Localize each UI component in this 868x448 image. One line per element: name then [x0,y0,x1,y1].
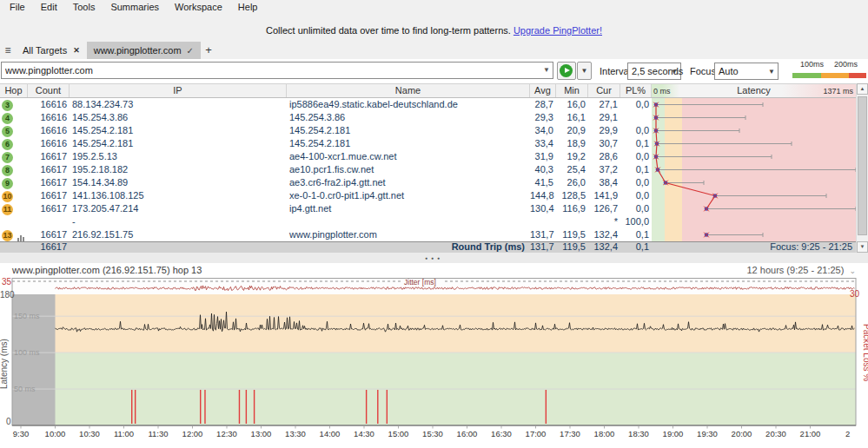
col-header-count[interactable]: Count [28,84,70,97]
menu-item-workspace[interactable]: Workspace [167,0,230,16]
cur-cell: * [588,215,620,228]
pl-cell: 100,0 [620,215,652,228]
svg-text:12:30: 12:30 [216,429,237,438]
cur-cell: 27,1 [588,98,620,111]
focus-value: Auto [719,66,739,76]
table-header: Hop Count IP Name Avg Min Cur PL% 0 ms L… [0,83,856,98]
menu-item-tools[interactable]: Tools [65,0,103,16]
target-input[interactable] [2,63,539,78]
name-cell: xe-0-1-0.cr0-pit1.ip4.gtt.net [287,189,530,202]
svg-text:18:00: 18:00 [594,429,615,438]
hop-cell [0,215,28,228]
pl-cell: 0,0 [620,202,652,215]
ip-cell: 154.14.34.89 [70,176,287,189]
avg-cell: 34,0 [530,124,556,137]
latency-header-label: Latency [737,85,771,96]
hamburger-menu-icon[interactable]: ≡ [0,42,16,59]
svg-text:50 ms: 50 ms [14,385,36,393]
col-header-cur[interactable]: Cur [588,84,620,97]
count-cell [28,215,70,228]
hop-badge: 4 [2,113,13,124]
svg-text:150 ms: 150 ms [14,312,40,320]
svg-text:12:00: 12:00 [182,429,203,438]
svg-text:20:30: 20:30 [765,429,786,438]
focus-range-label: Focus: 9:25 - 21:25 [652,242,856,253]
count-cell: 16616 [28,98,70,111]
col-header-avg[interactable]: Avg [530,84,556,97]
timeline-plot[interactable]: 150 ms100 ms50 msJitter [ms]9:3010:0010:… [0,278,868,448]
menu-item-file[interactable]: File [2,0,33,16]
col-header-pl[interactable]: PL% [620,84,652,97]
summary-count: 16617 [28,242,70,253]
banner-text: Collect unlimited data over time to find… [266,25,511,36]
svg-text:Latency (ms): Latency (ms) [0,339,9,389]
min-cell: 18,9 [556,137,588,150]
focus-select[interactable]: Auto ▼ [714,63,779,80]
name-cell: 145.254.3.86 [287,111,530,124]
svg-text:21:00: 21:00 [800,429,821,438]
svg-text:11:30: 11:30 [148,429,168,438]
cur-cell: 38,4 [588,176,620,189]
ip-cell: 145.254.3.86 [70,111,287,124]
svg-text:17:30: 17:30 [560,429,580,438]
menu-item-edit[interactable]: Edit [33,0,65,16]
latency-scale-max: 1371 ms [823,85,853,97]
avg-cell: 33,4 [530,137,556,150]
interval-select[interactable]: 2,5 seconds ▼ [627,63,681,80]
target-dropdown-icon[interactable]: ▼ [543,66,550,74]
hop-cell: 13 [0,228,28,241]
cur-cell: 37,2 [588,163,620,176]
summary-avg: 131,7 [530,242,556,253]
chevron-down-icon: ▼ [671,68,678,76]
count-cell: 16617 [28,228,70,241]
start-options-dropdown[interactable]: ▼ [577,62,592,80]
scrollbar-thumb[interactable] [858,96,867,235]
round-trip-label: Round Trip (ms) [287,242,530,253]
hop-badge: 3 [2,100,13,111]
pl-cell: 0,1 [620,163,652,176]
svg-text:0: 0 [6,417,11,426]
svg-text:180: 180 [0,290,15,300]
svg-text:16:30: 16:30 [491,429,512,438]
upgrade-link[interactable]: Upgrade PingPlotter! [514,25,602,36]
play-icon [560,64,573,77]
tab-bar: ≡ All Targets ✕ www.pingplotter.com ✓ + [0,42,868,59]
hop-badge: 13 [2,230,13,241]
count-cell: 16617 [28,189,70,202]
hop-badge: 9 [2,178,13,189]
cur-cell: 29,9 [588,124,620,137]
svg-text:19:00: 19:00 [663,429,684,438]
svg-text:20:00: 20:00 [732,429,752,438]
hop-cell: 10 [0,189,28,202]
hop-cell: 4 [0,111,28,124]
chevron-down-icon: ▼ [768,68,775,76]
col-header-ip[interactable]: IP [70,84,287,97]
count-cell: 16617 [28,202,70,215]
scroll-up-button[interactable]: ▲ [857,83,868,95]
col-header-latency[interactable]: 0 ms Latency 1371 ms [652,84,856,97]
avg-cell: 144,8 [530,189,556,202]
tab-all-targets[interactable]: All Targets ✕ [16,42,87,59]
hop-cell: 5 [0,124,28,137]
count-cell: 16617 [28,176,70,189]
menu-item-summaries[interactable]: Summaries [103,0,167,16]
close-icon[interactable]: ✕ [73,46,80,55]
col-header-min[interactable]: Min [556,84,588,97]
col-header-hop[interactable]: Hop [0,84,28,97]
new-tab-button[interactable]: + [201,42,216,59]
col-header-name[interactable]: Name [287,84,530,97]
menu-item-help[interactable]: Help [230,0,266,16]
tab-target[interactable]: www.pingplotter.com ✓ [87,42,201,59]
focus-label: Focus [690,66,716,76]
start-trace-button[interactable] [557,62,576,80]
round-trip-row: 16617 Round Trip (ms) 131,7 119,5 132,4 … [0,241,856,253]
panel-splitter[interactable]: ●●● [0,253,868,263]
svg-text:14:00: 14:00 [320,429,341,438]
cur-cell: 141,9 [588,189,620,202]
legend-200ms-label: 200ms [834,60,858,69]
scroll-down-button[interactable]: ▼ [857,241,868,253]
time-range-select[interactable]: 12 hours (9:25 - 21:25) ⌄ [746,265,856,275]
name-cell: 145.254.2.181 [287,137,530,150]
name-cell: ae3.cr6-fra2.ip4.gtt.net [287,176,530,189]
hop-cell: 7 [0,150,28,163]
